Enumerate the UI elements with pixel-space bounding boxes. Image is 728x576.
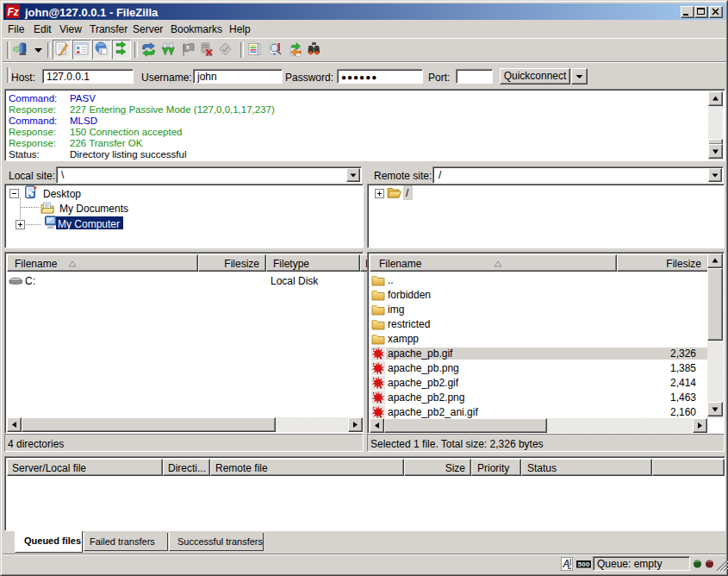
svg-text:500: 500 <box>578 560 591 568</box>
svg-text:Fz: Fz <box>8 6 19 18</box>
